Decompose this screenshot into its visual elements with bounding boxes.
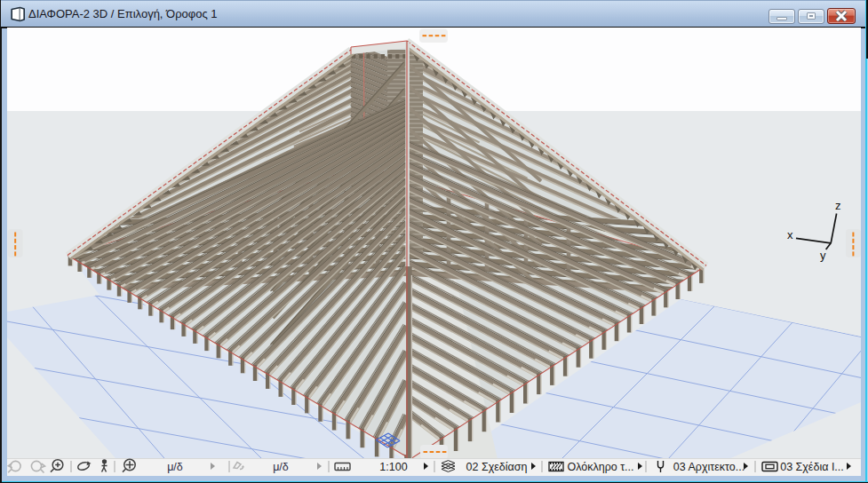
svg-text:02 Σχεδίαση: 02 Σχεδίαση — [466, 461, 528, 473]
svg-text:z: z — [835, 199, 841, 212]
svg-text:x: x — [787, 228, 793, 242]
svg-text:μ/δ: μ/δ — [273, 461, 289, 473]
svg-text:μ/δ: μ/δ — [167, 461, 183, 473]
svg-text:y: y — [820, 249, 826, 262]
svg-text:1:100: 1:100 — [379, 461, 407, 473]
svg-text:03 Σχέδια Ι...: 03 Σχέδια Ι... — [780, 461, 844, 473]
svg-text:03 Αρχιτεκτο...: 03 Αρχιτεκτο... — [673, 461, 745, 473]
svg-text:Ολόκληρο τ...: Ολόκληρο τ... — [567, 461, 633, 473]
